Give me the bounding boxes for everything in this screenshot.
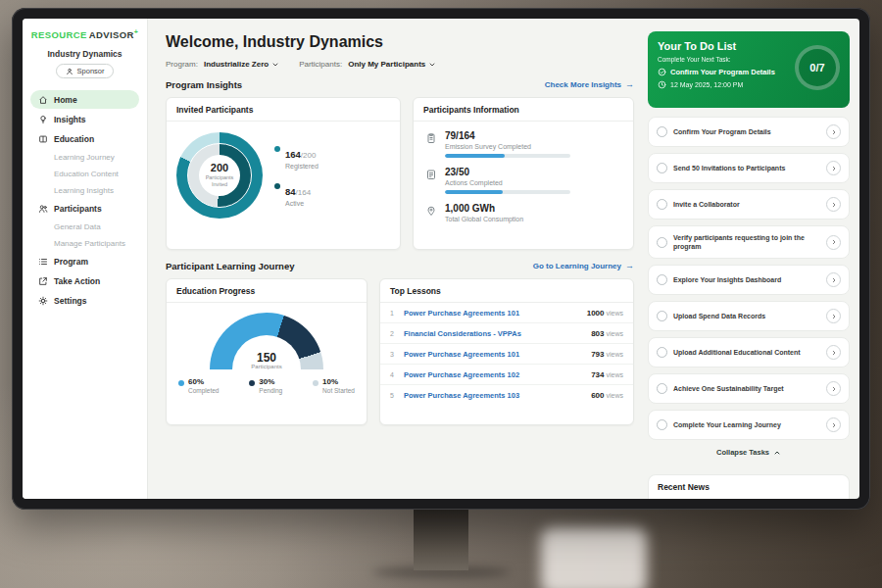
check-more-insights-link[interactable]: Check More Insights → bbox=[545, 80, 634, 89]
lesson-title-link[interactable]: Power Purchase Agreements 102 bbox=[404, 370, 585, 379]
bulb-icon bbox=[38, 115, 48, 124]
lesson-views-suffix: views bbox=[606, 392, 623, 399]
sidebar-item-education[interactable]: Education bbox=[30, 129, 139, 148]
task-label: Confirm Your Program Details bbox=[673, 127, 820, 136]
task-checkbox[interactable] bbox=[657, 419, 667, 430]
lesson-rank: 5 bbox=[390, 392, 398, 399]
chevron-right-icon[interactable] bbox=[826, 345, 841, 360]
task-label: Achieve One Sustainability Target bbox=[673, 384, 820, 393]
lesson-title-link[interactable]: Power Purchase Agreements 103 bbox=[404, 391, 585, 400]
chevron-right-icon[interactable] bbox=[826, 197, 841, 212]
chevron-right-icon[interactable] bbox=[826, 235, 841, 250]
next-task[interactable]: Confirm Your Program Details bbox=[658, 68, 795, 76]
invited-participants-card: Invited Participants 200 Participants In… bbox=[166, 97, 401, 250]
task-checkbox[interactable] bbox=[657, 311, 667, 321]
gauge-center: 150 Participants bbox=[210, 352, 323, 369]
lesson-title-link[interactable]: Financial Considerations - VPPAs bbox=[404, 329, 585, 338]
nav-label: Settings bbox=[54, 296, 87, 306]
task-item[interactable]: Send 50 Invitations to Participants bbox=[648, 153, 850, 183]
lesson-title-link[interactable]: Power Purchase Agreements 101 bbox=[404, 350, 585, 359]
program-select-value: Industrialize Zero bbox=[204, 60, 269, 69]
chevron-up-icon bbox=[773, 449, 781, 457]
lesson-views-suffix: views bbox=[606, 371, 623, 378]
sidebar-item-take-action[interactable]: Take Action bbox=[30, 271, 139, 290]
task-item[interactable]: Invite a Collaborator bbox=[648, 189, 850, 220]
chevron-right-icon[interactable] bbox=[826, 124, 841, 139]
sidebar-item-program[interactable]: Program bbox=[30, 252, 139, 270]
task-checkbox[interactable] bbox=[657, 237, 667, 248]
lesson-row: 5 Power Purchase Agreements 103 600views bbox=[380, 385, 633, 405]
sidebar-item-learning-insights[interactable]: Learning Insights bbox=[30, 182, 139, 198]
next-task-due-label: 12 May 2025, 12:00 PM bbox=[670, 81, 743, 88]
task-label: Complete Your Learning Journey bbox=[673, 420, 820, 429]
program-select[interactable]: Industrialize Zero bbox=[204, 60, 279, 69]
card-title: Top Lessons bbox=[380, 279, 633, 303]
card-title: Invited Participants bbox=[167, 98, 400, 122]
top-lessons-card: Top Lessons 1 Power Purchase Agreements … bbox=[379, 278, 634, 425]
sidebar-item-participants[interactable]: Participants bbox=[30, 199, 139, 218]
sponsor-badge[interactable]: Sponsor bbox=[56, 64, 115, 78]
education-progress-card: Education Progress 150 Participants bbox=[166, 278, 368, 425]
lesson-views: 803 bbox=[591, 329, 604, 338]
clock-icon bbox=[658, 80, 666, 89]
task-item[interactable]: Confirm Your Program Details bbox=[648, 117, 850, 147]
lesson-title-link[interactable]: Power Purchase Agreements 101 bbox=[404, 309, 581, 318]
emission-survey-label: Emission Survey Completed bbox=[445, 143, 570, 150]
task-checkbox[interactable] bbox=[657, 126, 667, 137]
lesson-row: 4 Power Purchase Agreements 102 734views bbox=[380, 365, 633, 385]
chevron-right-icon[interactable] bbox=[826, 161, 841, 175]
lesson-rank: 4 bbox=[390, 371, 398, 378]
todo-progress-ring: 0/7 bbox=[795, 45, 840, 90]
global-consumption-value: 1,000 GWh bbox=[445, 203, 523, 214]
task-item[interactable]: Explore Your Insights Dashboard bbox=[648, 265, 850, 295]
task-checkbox[interactable] bbox=[657, 163, 667, 173]
chevron-right-icon[interactable] bbox=[826, 272, 841, 287]
task-item[interactable]: Upload Additional Educational Content bbox=[648, 337, 850, 368]
go-to-learning-journey-link[interactable]: Go to Learning Journey → bbox=[533, 262, 634, 270]
recent-news-title: Recent News bbox=[658, 482, 710, 492]
monitor-stand bbox=[414, 508, 468, 570]
task-checkbox[interactable] bbox=[657, 383, 667, 394]
sidebar-item-settings[interactable]: Settings bbox=[30, 291, 139, 310]
todo-progress-value: 0/7 bbox=[809, 62, 824, 74]
next-task-label: Confirm Your Program Details bbox=[670, 68, 775, 76]
education-progress-gauge: 150 Participants bbox=[210, 313, 323, 369]
dashboard-screen: RESOURCEADVISOR+ Industry Dynamics Spons… bbox=[23, 19, 859, 499]
recent-news-header: Recent News bbox=[648, 474, 850, 499]
task-checkbox[interactable] bbox=[657, 199, 667, 210]
book-icon bbox=[38, 134, 48, 144]
sidebar-item-insights[interactable]: Insights bbox=[30, 110, 139, 128]
chevron-right-icon[interactable] bbox=[826, 417, 841, 432]
task-checkbox[interactable] bbox=[657, 347, 667, 358]
actions-progress-fill bbox=[445, 190, 503, 194]
page-title: Welcome, Industry Dynamics bbox=[166, 33, 634, 51]
pending-label: Pending bbox=[259, 387, 282, 394]
donut-center: 200 Participants Invited bbox=[199, 155, 240, 196]
task-label: Invite a Collaborator bbox=[673, 200, 820, 209]
chevron-right-icon[interactable] bbox=[826, 309, 841, 323]
task-item[interactable]: Complete Your Learning Journey bbox=[648, 410, 850, 440]
task-item[interactable]: Verify participants requesting to join t… bbox=[648, 225, 850, 259]
logo-plus: + bbox=[134, 28, 139, 35]
pending-dot bbox=[249, 380, 255, 386]
completed-value: 60% bbox=[188, 378, 219, 387]
sidebar-item-education-content[interactable]: Education Content bbox=[30, 166, 139, 181]
task-checkbox[interactable] bbox=[657, 274, 667, 285]
sidebar-item-manage-participants[interactable]: Manage Participants bbox=[30, 235, 139, 251]
chevron-right-icon[interactable] bbox=[826, 381, 841, 396]
sidebar-item-home[interactable]: Home bbox=[30, 90, 139, 109]
sidebar-item-general-data[interactable]: General Data bbox=[30, 219, 139, 234]
chevron-down-icon bbox=[271, 61, 279, 69]
lesson-rank: 3 bbox=[390, 351, 398, 358]
task-item[interactable]: Upload Spend Data Records bbox=[648, 301, 850, 331]
nav-label: Participants bbox=[54, 204, 102, 214]
person-icon bbox=[66, 68, 74, 75]
sidebar-item-learning-journey[interactable]: Learning Journey bbox=[30, 149, 139, 165]
participants-select[interactable]: Only My Participants bbox=[348, 60, 436, 69]
task-item[interactable]: Achieve One Sustainability Target bbox=[648, 373, 850, 404]
participant-learning-journey-title: Participant Learning Journey bbox=[166, 261, 294, 271]
gauge-legend: 60% Completed 30% Pending bbox=[167, 369, 367, 394]
sidebar-nav: Home Insights Education Learning Journey… bbox=[30, 90, 139, 310]
donut-center-label: Participants Invited bbox=[203, 174, 236, 187]
collapse-tasks-link[interactable]: Collapse Tasks bbox=[648, 448, 850, 457]
